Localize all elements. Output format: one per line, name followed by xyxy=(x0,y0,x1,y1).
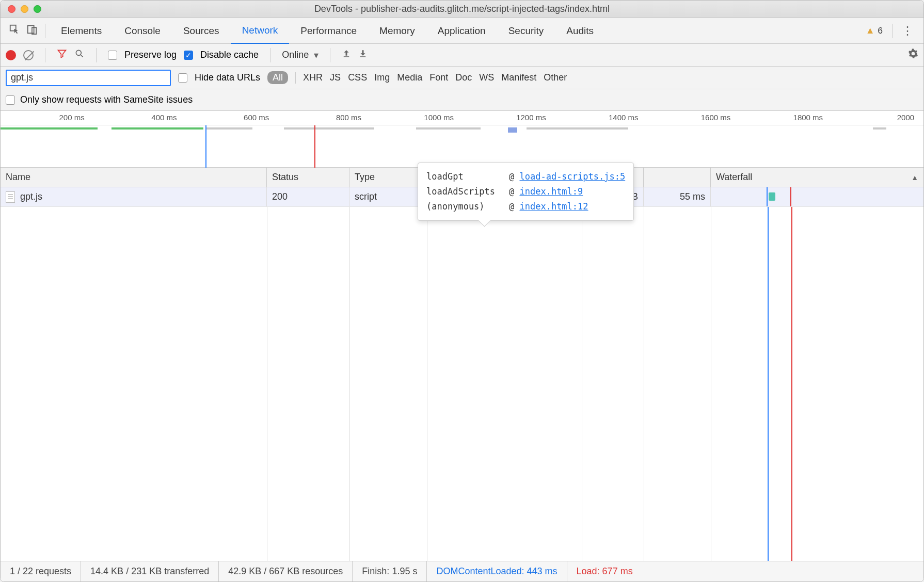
filter-type-manifest[interactable]: Manifest xyxy=(501,72,536,83)
filter-type-all[interactable]: All xyxy=(267,71,288,84)
dcl-line xyxy=(768,207,769,561)
timeline-tick: 800 ms xyxy=(336,113,361,122)
column-name[interactable]: Name xyxy=(1,168,267,187)
filter-toggle-icon[interactable] xyxy=(57,48,67,61)
timeline-overview[interactable]: 200 ms 400 ms 600 ms 800 ms 1000 ms 1200… xyxy=(1,111,923,168)
hide-data-urls-checkbox[interactable] xyxy=(178,73,187,83)
status-dcl: DOMContentLoaded: 443 ms xyxy=(427,561,567,581)
status-finish: Finish: 1.95 s xyxy=(353,561,427,581)
warning-icon: ▲ xyxy=(866,25,875,36)
timeline-body xyxy=(1,125,923,168)
stack-link[interactable]: index.html:9 xyxy=(519,186,583,197)
hide-data-urls-label: Hide data URLs xyxy=(195,72,260,83)
tab-console[interactable]: Console xyxy=(113,18,172,44)
timeline-tick: 200 ms xyxy=(59,113,85,122)
clear-button[interactable] xyxy=(23,50,34,60)
timeline-tick: 600 ms xyxy=(244,113,269,122)
tab-elements[interactable]: Elements xyxy=(50,18,113,44)
timeline-bar xyxy=(206,127,252,130)
filter-input[interactable] xyxy=(6,70,171,86)
preserve-log-checkbox[interactable] xyxy=(108,51,117,60)
timeline-tick: 1000 ms xyxy=(424,113,454,122)
filter-type-doc[interactable]: Doc xyxy=(455,72,472,83)
column-time[interactable] xyxy=(644,168,711,187)
separator xyxy=(892,24,893,38)
timeline-tick: 1800 ms xyxy=(793,113,823,122)
tab-performance[interactable]: Performance xyxy=(289,18,368,44)
more-menu-icon[interactable]: ⋮ xyxy=(897,24,918,38)
stack-fn: loadGpt xyxy=(426,169,504,184)
filter-type-media[interactable]: Media xyxy=(397,72,422,83)
initiator-stack-tooltip: loadGpt@ load-ad-scripts.js:5 loadAdScri… xyxy=(418,163,634,221)
devtools-window: DevTools - publisher-ads-audits.glitch.m… xyxy=(0,0,924,582)
timeline-bar xyxy=(508,127,517,133)
separator xyxy=(295,72,296,84)
separator xyxy=(96,48,97,62)
stack-fn: (anonymous) xyxy=(426,199,504,214)
filter-type-img[interactable]: Img xyxy=(374,72,390,83)
filter-bar-2: Only show requests with SameSite issues xyxy=(1,89,923,111)
upload-har-icon[interactable] xyxy=(342,49,351,61)
load-line xyxy=(791,207,792,561)
tab-audits[interactable]: Audits xyxy=(555,18,605,44)
column-status[interactable]: Status xyxy=(267,168,349,187)
panel-tabbar: Elements Console Sources Network Perform… xyxy=(1,18,923,44)
timeline-bar xyxy=(1,127,98,130)
tab-security[interactable]: Security xyxy=(497,18,555,44)
search-icon[interactable] xyxy=(74,48,85,61)
settings-gear-icon[interactable] xyxy=(908,48,918,61)
status-bar: 1 / 22 requests 14.4 KB / 231 KB transfe… xyxy=(1,561,923,581)
warnings-badge[interactable]: ▲ 6 xyxy=(866,25,883,36)
cell-type: script xyxy=(349,187,427,206)
record-button[interactable] xyxy=(6,50,16,60)
script-file-icon xyxy=(6,191,15,203)
waterfall-bar xyxy=(769,192,775,201)
filter-type-font[interactable]: Font xyxy=(429,72,448,83)
tab-memory[interactable]: Memory xyxy=(368,18,426,44)
svg-rect-1 xyxy=(28,26,34,34)
dcl-marker xyxy=(205,125,206,168)
tab-network[interactable]: Network xyxy=(231,18,290,44)
samesite-checkbox[interactable] xyxy=(6,95,15,105)
preserve-log-label: Preserve log xyxy=(124,50,177,60)
chevron-down-icon: ▾ xyxy=(314,50,318,61)
tab-sources[interactable]: Sources xyxy=(172,18,231,44)
cell-time: 55 ms xyxy=(644,187,711,206)
download-har-icon[interactable] xyxy=(358,49,368,61)
cell-name: gpt.js xyxy=(1,187,267,206)
filter-type-js[interactable]: JS xyxy=(330,72,341,83)
status-transferred: 14.4 KB / 231 KB transferred xyxy=(81,561,219,581)
load-line xyxy=(790,187,791,206)
throttling-value: Online xyxy=(282,50,309,60)
svg-rect-4 xyxy=(344,56,349,57)
network-toolbar: Preserve log ✓ Disable cache Online ▾ xyxy=(1,44,923,67)
warning-count: 6 xyxy=(878,26,883,36)
timeline-tick: 2000 xyxy=(897,113,914,122)
stack-fn: loadAdScripts xyxy=(426,184,504,199)
disable-cache-checkbox[interactable]: ✓ xyxy=(184,51,193,60)
filter-type-ws[interactable]: WS xyxy=(479,72,494,83)
device-toggle-icon[interactable] xyxy=(23,24,41,38)
window-title: DevTools - publisher-ads-audits.glitch.m… xyxy=(1,4,923,14)
status-requests: 1 / 22 requests xyxy=(1,561,81,581)
cell-status: 200 xyxy=(267,187,349,206)
filter-type-other[interactable]: Other xyxy=(544,72,567,83)
stack-link[interactable]: load-ad-scripts.js:5 xyxy=(519,171,625,182)
status-resources: 42.9 KB / 667 KB resources xyxy=(219,561,353,581)
column-waterfall[interactable]: Waterfall▲ xyxy=(711,168,923,187)
timeline-tick: 1200 ms xyxy=(516,113,546,122)
separator xyxy=(45,24,45,38)
timeline-bar xyxy=(328,127,374,130)
timeline-tick: 1600 ms xyxy=(701,113,731,122)
cell-waterfall xyxy=(711,187,923,206)
tab-application[interactable]: Application xyxy=(426,18,497,44)
throttling-select[interactable]: Online ▾ xyxy=(282,50,318,61)
timeline-bar xyxy=(416,127,481,130)
inspect-icon[interactable] xyxy=(6,24,23,38)
disable-cache-label: Disable cache xyxy=(200,50,259,60)
filter-type-xhr[interactable]: XHR xyxy=(303,72,323,83)
timeline-bar xyxy=(111,127,204,130)
filter-type-css[interactable]: CSS xyxy=(348,72,367,83)
column-type[interactable]: Type xyxy=(349,168,427,187)
stack-link[interactable]: index.html:12 xyxy=(519,201,588,212)
